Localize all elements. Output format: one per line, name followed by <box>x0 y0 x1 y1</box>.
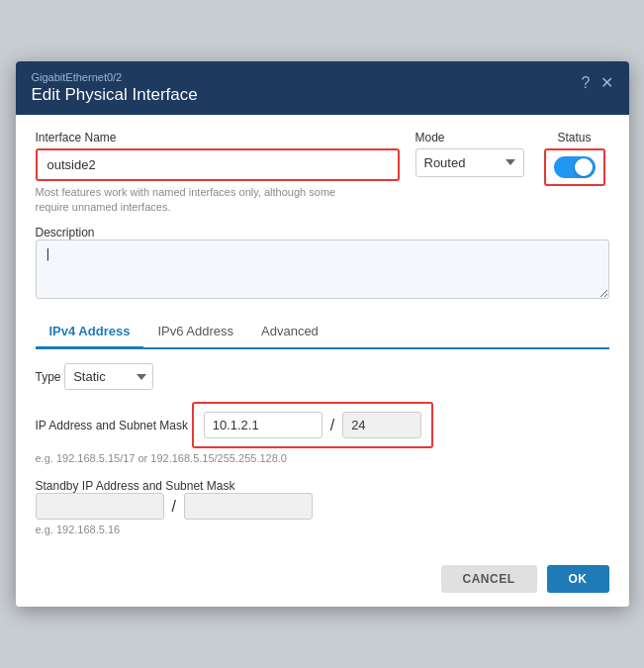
standby-section: Standby IP Address and Subnet Mask / e.g… <box>36 478 609 535</box>
interface-name-input[interactable] <box>38 150 398 179</box>
description-section: Description | <box>36 225 609 302</box>
status-box <box>544 148 605 186</box>
status-group: Status <box>540 131 609 186</box>
tabs-section: IPv4 Address IPv6 Address Advanced <box>36 316 609 349</box>
ok-button[interactable]: OK <box>547 565 609 593</box>
top-row: Interface Name Most features work with n… <box>36 131 609 216</box>
standby-subnet-input[interactable] <box>184 493 313 520</box>
status-toggle[interactable] <box>554 156 596 178</box>
mode-group: Mode Routed Passive Inline Tap Inline Pa… <box>415 131 524 177</box>
interface-name-hint: Most features work with named interfaces… <box>36 185 352 216</box>
dialog-header-icons: ? ✕ <box>582 75 613 91</box>
type-select[interactable]: Static DHCP PPPoE <box>64 363 153 390</box>
interface-name-label: Interface Name <box>36 131 400 144</box>
mode-label: Mode <box>415 131 524 144</box>
status-label: Status <box>557 131 591 144</box>
ip-address-section: IP Address and Subnet Mask / e.g. 192.16… <box>36 402 609 464</box>
subnet-mask-input[interactable] <box>342 412 421 438</box>
tab-advanced[interactable]: Advanced <box>247 316 332 349</box>
standby-hint: e.g. 192.168.5.16 <box>36 524 609 535</box>
standby-ip-input[interactable] <box>36 493 164 520</box>
ip-fields-box: / <box>192 402 433 448</box>
dialog-body: Interface Name Most features work with n… <box>16 115 629 536</box>
description-label: Description <box>36 226 95 239</box>
dialog-header: GigabitEthernet0/2 Edit Physical Interfa… <box>16 61 629 115</box>
help-icon[interactable]: ? <box>582 75 591 91</box>
standby-slash: / <box>172 498 176 516</box>
ip-address-input[interactable] <box>204 412 322 438</box>
cancel-button[interactable]: CANCEL <box>441 565 537 593</box>
interface-name-group: Interface Name Most features work with n… <box>36 131 400 216</box>
edit-physical-interface-dialog: GigabitEthernet0/2 Edit Physical Interfa… <box>16 61 629 608</box>
tab-content: Type Static DHCP PPPoE IP Address and Su… <box>36 349 609 535</box>
mode-select[interactable]: Routed Passive Inline Tap Inline Pair <box>415 148 524 177</box>
interface-name-box <box>36 148 400 181</box>
close-icon[interactable]: ✕ <box>600 75 613 91</box>
dialog-title: Edit Physical Interface <box>32 85 198 105</box>
dialog-footer: CANCEL OK <box>16 551 629 607</box>
dialog-subtitle: GigabitEthernet0/2 <box>32 71 198 83</box>
type-section: Type Static DHCP PPPoE <box>36 363 609 390</box>
standby-fields: / <box>36 493 609 520</box>
type-label: Type <box>36 370 61 384</box>
ip-address-label: IP Address and Subnet Mask <box>36 419 189 432</box>
description-textarea[interactable]: | <box>36 239 609 299</box>
tab-ipv4-address[interactable]: IPv4 Address <box>36 316 144 349</box>
dialog-header-text: GigabitEthernet0/2 Edit Physical Interfa… <box>32 71 198 105</box>
toggle-slider <box>554 156 596 178</box>
ip-slash: / <box>330 417 334 434</box>
tab-ipv6-address[interactable]: IPv6 Address <box>143 316 247 349</box>
standby-label: Standby IP Address and Subnet Mask <box>36 479 235 493</box>
ip-hint: e.g. 192.168.5.15/17 or 192.168.5.15/255… <box>36 452 609 464</box>
